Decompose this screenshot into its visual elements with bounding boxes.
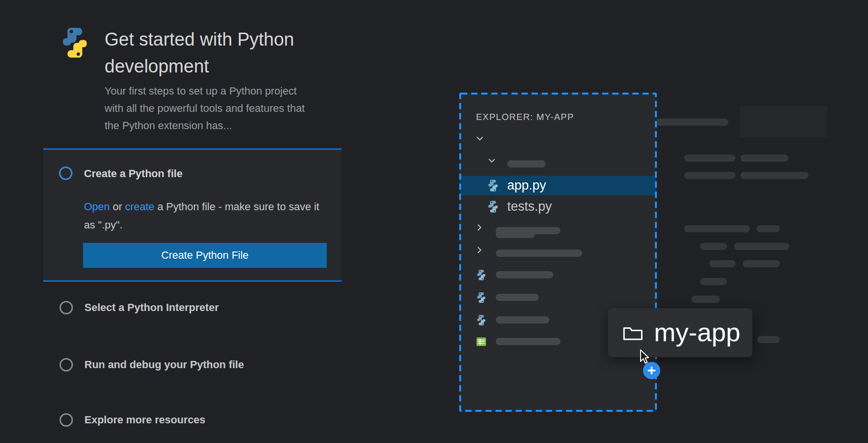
skeleton-bar xyxy=(496,316,549,323)
skeleton-bar xyxy=(507,160,546,168)
skeleton-bar xyxy=(700,278,727,285)
open-link[interactable]: Open xyxy=(84,201,110,213)
python-walkthrough-screen: Get started with Python development Your… xyxy=(0,0,868,443)
walkthrough-subtitle: Your first steps to set up a Python proj… xyxy=(105,83,317,134)
explorer-header: EXPLORER: MY-APP xyxy=(476,112,574,122)
python-file-icon xyxy=(476,292,487,303)
chevron-down-icon xyxy=(475,134,485,144)
step-run-and-debug[interactable]: Run and debug your Python file xyxy=(59,358,244,371)
arrow-cursor-icon xyxy=(639,349,652,365)
table-file-icon xyxy=(476,336,487,347)
step-explore-resources[interactable]: Explore more resources xyxy=(59,413,205,427)
chevron-right-icon xyxy=(475,245,484,255)
skeleton-bar xyxy=(743,260,780,267)
skeleton-bar xyxy=(700,243,727,250)
skeleton-bar xyxy=(757,336,780,343)
chevron-down-icon xyxy=(487,156,497,166)
skeleton-block xyxy=(740,106,828,137)
step-label: Run and debug your Python file xyxy=(84,359,244,371)
skeleton-bar xyxy=(496,250,582,257)
python-file-icon xyxy=(476,315,487,325)
skeleton-bar xyxy=(757,225,780,232)
folder-icon xyxy=(622,324,643,342)
skeleton-bar xyxy=(684,155,736,162)
skeleton-bar xyxy=(496,338,560,345)
python-logo-icon xyxy=(59,27,90,59)
skeleton-bar xyxy=(684,172,736,179)
drag-tooltip: my-app xyxy=(608,308,752,357)
skeleton-bar xyxy=(496,227,560,234)
skeleton-bar xyxy=(684,225,750,232)
skeleton-bar xyxy=(691,296,720,303)
step-radio xyxy=(59,358,73,371)
skeleton-bar xyxy=(734,243,789,250)
walkthrough-title: Get started with Python development xyxy=(105,26,330,80)
chevron-right-icon xyxy=(475,223,484,232)
python-file-icon xyxy=(487,180,499,192)
python-file-icon xyxy=(476,270,487,280)
description-text: or xyxy=(110,201,125,213)
create-python-file-button[interactable]: Create Python File xyxy=(83,243,327,268)
step-radio-selected[interactable] xyxy=(59,167,72,180)
skeleton-bar xyxy=(496,294,539,301)
explorer-panel: EXPLORER: MY-APP app.py tests.py xyxy=(459,93,657,412)
step-create-python-file: Create a Python file Open or create a Py… xyxy=(43,148,342,282)
python-file-icon xyxy=(487,201,499,213)
step-radio xyxy=(59,413,73,427)
step-radio xyxy=(59,301,73,314)
step-label: Select a Python Interpreter xyxy=(84,301,219,314)
step-description: Open or create a Python file - make sure… xyxy=(84,198,328,234)
file-tests-py: tests.py xyxy=(507,197,552,216)
skeleton-bar xyxy=(496,271,553,278)
drag-tooltip-label: my-app xyxy=(654,308,740,357)
step-label[interactable]: Create a Python file xyxy=(84,168,182,180)
step-label: Explore more resources xyxy=(84,414,205,426)
skeleton-bar xyxy=(709,260,736,267)
step-select-interpreter[interactable]: Select a Python Interpreter xyxy=(59,301,219,314)
skeleton-bar xyxy=(740,155,788,162)
skeleton-bar xyxy=(740,172,809,179)
create-link[interactable]: create xyxy=(125,201,155,213)
file-app-py: app.py xyxy=(507,176,546,195)
